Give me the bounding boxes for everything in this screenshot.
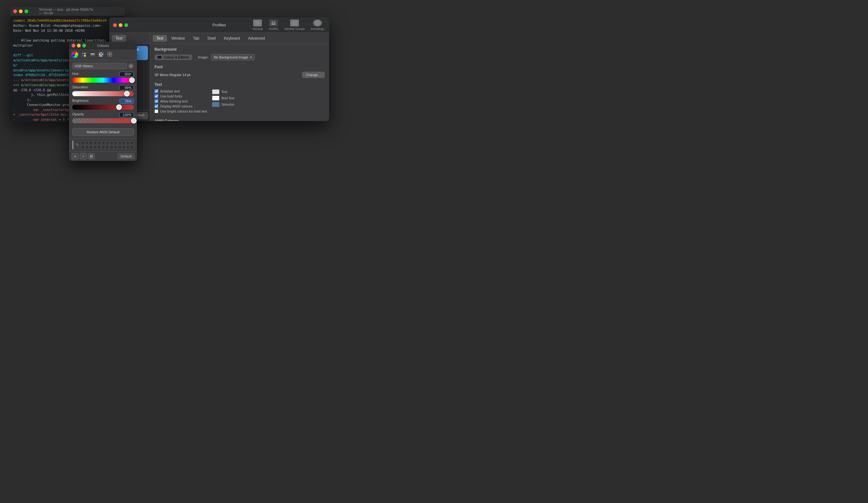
- hsb-gear-button[interactable]: ⚙: [128, 63, 134, 69]
- swatch-cell[interactable]: [101, 145, 105, 149]
- svg-rect-29: [110, 54, 112, 56]
- image-dropdown-value: No Background Image: [214, 55, 248, 59]
- swatch-cell[interactable]: [114, 141, 117, 145]
- bold-color-swatch[interactable]: [212, 95, 219, 101]
- antialias-checkbox[interactable]: [155, 89, 158, 93]
- profiles-minimize-button[interactable]: [119, 23, 123, 27]
- colour-wheel-button[interactable]: [72, 51, 79, 58]
- swatch-cell[interactable]: [89, 141, 93, 145]
- hue-label: Hue: [72, 72, 79, 77]
- image-dropdown[interactable]: No Background Image ▼: [211, 54, 255, 60]
- swatch-cell[interactable]: [81, 145, 85, 149]
- saturation-slider-thumb[interactable]: [124, 91, 130, 97]
- colours-dialog: Colours: [69, 42, 137, 161]
- swatch-cell[interactable]: [126, 141, 130, 145]
- selection-color-swatch[interactable]: [212, 102, 219, 107]
- saturation-slider-header: Saturation 89%: [72, 85, 134, 90]
- maximize-button[interactable]: [24, 9, 28, 13]
- hue-slider-thumb[interactable]: [129, 77, 135, 83]
- swatch-cell[interactable]: [105, 145, 109, 149]
- blinking-checkbox[interactable]: [155, 99, 158, 103]
- colours-default-button[interactable]: Default: [118, 153, 134, 159]
- swatch-cell[interactable]: [126, 145, 130, 149]
- hue-slider-track[interactable]: [72, 78, 134, 83]
- opacity-value-box[interactable]: 100%: [119, 112, 134, 117]
- swatch-cell[interactable]: [97, 141, 101, 145]
- bright-bold-checkbox[interactable]: [155, 109, 158, 113]
- text-color-swatch[interactable]: [212, 89, 219, 94]
- brightness-slider-thumb[interactable]: [116, 104, 122, 110]
- swatch-cell[interactable]: [114, 145, 117, 149]
- ansi-colours-label: Display ANSI colours: [160, 104, 193, 108]
- saturation-slider-track[interactable]: [72, 91, 134, 96]
- terminal-line: Author: Husam Bilal <husam@alphaappsinc.…: [13, 23, 122, 28]
- swatch-cell[interactable]: [122, 145, 126, 149]
- svg-rect-12: [84, 53, 86, 54]
- swatch-cell[interactable]: [110, 145, 113, 149]
- colours-gear-button[interactable]: ⚙: [88, 153, 95, 159]
- tab-tab-settings[interactable]: Tab: [189, 35, 203, 42]
- brightness-slider-track[interactable]: [72, 105, 134, 110]
- swatch-cell[interactable]: [122, 141, 126, 145]
- swatch-cell[interactable]: [101, 141, 105, 145]
- ansi-colours-checkbox[interactable]: [155, 104, 158, 108]
- toolbar-profiles[interactable]: Profiles: [269, 20, 278, 30]
- toolbar-window-groups-label: Window Groups: [285, 27, 304, 30]
- pencil-tool-button[interactable]: [107, 51, 114, 58]
- hue-value-box[interactable]: 350°: [119, 72, 134, 77]
- crayon-button[interactable]: [80, 51, 87, 58]
- tab-keyboard-settings[interactable]: Keyboard: [220, 35, 244, 42]
- hsb-mode-dropdown[interactable]: HSB Sliders RGB Sliders Grayscale Slider…: [72, 63, 127, 69]
- swatch-cell[interactable]: [85, 145, 89, 149]
- opacity-slider-track[interactable]: [72, 118, 134, 123]
- colours-remove-button[interactable]: −: [80, 153, 87, 159]
- image-palette-button[interactable]: [89, 51, 96, 58]
- bold-fonts-label: Use bold fonts: [160, 94, 182, 98]
- colours-minimize-button[interactable]: [77, 44, 81, 48]
- toolbar-encodings-label: Encodings: [311, 27, 324, 30]
- swatch-cell[interactable]: [81, 141, 85, 145]
- tab-advanced-settings[interactable]: Advanced: [244, 35, 269, 42]
- swatch-cell[interactable]: [105, 141, 109, 145]
- tab-text[interactable]: Text: [112, 35, 126, 42]
- colours-add-button[interactable]: +: [72, 153, 79, 159]
- restore-ansi-default-button[interactable]: Restore ANSI Default: [72, 128, 134, 136]
- colour-effects-button[interactable]: Colour & Effects: [155, 54, 192, 60]
- colour-swatch-bar: ✎: [69, 138, 137, 151]
- colours-maximize-button[interactable]: [82, 44, 86, 48]
- swatch-cell[interactable]: [97, 145, 101, 149]
- current-colour-swatch[interactable]: [72, 141, 73, 149]
- saturation-value-box[interactable]: 89%: [119, 85, 134, 90]
- toolbar-general[interactable]: General: [252, 20, 262, 30]
- swatch-grid: [81, 141, 134, 149]
- tab-window-settings[interactable]: Window: [168, 35, 189, 42]
- opacity-slider-thumb[interactable]: [131, 118, 137, 123]
- profiles-close-button[interactable]: [113, 23, 117, 27]
- tab-text-settings[interactable]: Text: [153, 35, 167, 42]
- pencil-icon[interactable]: ✎: [75, 142, 80, 148]
- swatch-cell[interactable]: [89, 145, 93, 149]
- brightness-value-box[interactable]: 76%: [119, 99, 134, 104]
- bold-fonts-checkbox[interactable]: [155, 94, 158, 98]
- antialias-row: Antialias text: [155, 89, 207, 93]
- loupe-button[interactable]: [98, 51, 105, 58]
- swatch-cell[interactable]: [118, 145, 122, 149]
- swatch-cell[interactable]: [93, 145, 97, 149]
- background-section: Background Colour & Effects Image: No Ba…: [155, 47, 325, 60]
- tab-shell-settings[interactable]: Shell: [204, 35, 219, 42]
- swatch-cell[interactable]: [130, 145, 134, 149]
- minimize-button[interactable]: [19, 9, 23, 13]
- profiles-maximize-button[interactable]: [124, 23, 128, 27]
- close-button[interactable]: [13, 9, 17, 13]
- toolbar-encodings[interactable]: Encodings: [311, 20, 324, 30]
- swatch-cell[interactable]: [130, 141, 134, 145]
- swatch-cell[interactable]: [85, 141, 89, 145]
- background-section-title: Background: [155, 47, 325, 52]
- change-font-button[interactable]: Change…: [302, 72, 325, 78]
- font-section: Font SF Mono Regular 14 pt. Change…: [155, 65, 325, 78]
- swatch-cell[interactable]: [118, 141, 122, 145]
- toolbar-window-groups[interactable]: Window Groups: [285, 20, 304, 30]
- colours-close-button[interactable]: [72, 44, 75, 48]
- swatch-cell[interactable]: [93, 141, 97, 145]
- swatch-cell[interactable]: [110, 141, 113, 145]
